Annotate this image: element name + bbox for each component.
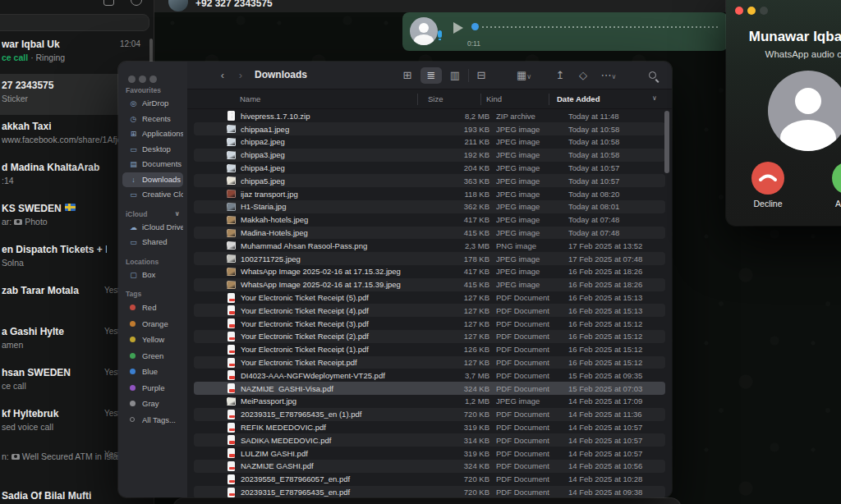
- new-chat-icon[interactable]: [103, 0, 114, 6]
- table-row[interactable]: NAZMIJE GASHI-Visa.pdf324 KBPDF Document…: [194, 382, 665, 395]
- column-name[interactable]: Name: [240, 94, 260, 103]
- sidebar-item-green[interactable]: Green: [122, 348, 183, 364]
- file-size: 363 KB: [437, 176, 489, 186]
- table-row[interactable]: MeiPassport.jpg1,2 MBJPEG image14 Feb 20…: [194, 395, 665, 408]
- call-window-controls[interactable]: [735, 3, 772, 18]
- cloud-icon: ☁: [128, 220, 139, 236]
- file-name: NAZMIJE GASHI-Visa.pdf: [241, 384, 437, 393]
- sort-chevron-icon[interactable]: ∨: [652, 94, 657, 102]
- file-size: 417 KB: [437, 215, 489, 224]
- table-row[interactable]: H1-Staria.jpg362 KBJPEG imageToday at 08…: [194, 200, 665, 213]
- table-row[interactable]: WhatsApp Image 2025-02-16 at 17.15.32.jp…: [194, 265, 665, 278]
- search-input[interactable]: [0, 14, 149, 31]
- icon-view-icon[interactable]: ⊞: [398, 67, 417, 84]
- table-row[interactable]: chippaa1.jpeg193 KBJPEG imageToday at 10…: [194, 122, 665, 135]
- chat-header-avatar[interactable]: [168, 0, 188, 11]
- play-icon[interactable]: [453, 22, 463, 34]
- table-row[interactable]: REFIK MEDEDOVIC.pdf319 KBPDF Document14 …: [194, 421, 665, 434]
- sidebar-item-recents[interactable]: ◷Recents: [122, 112, 183, 127]
- list-view-icon[interactable]: ≣: [420, 67, 442, 84]
- table-row[interactable]: ijaz transport.jpg118 KBJPEG imageToday …: [194, 187, 665, 200]
- sidebar-item-yellow[interactable]: Yellow: [122, 332, 183, 348]
- pdf-file-icon: [227, 370, 237, 380]
- window-controls[interactable]: [128, 71, 160, 86]
- table-row[interactable]: 20239315_E787965435_en (1).pdf720 KBPDF …: [194, 408, 665, 421]
- sidebar-item-creative-clo[interactable]: ▭Creative Clo...: [122, 187, 183, 203]
- file-kind: ZIP archive: [496, 112, 568, 121]
- column-kind[interactable]: Kind: [486, 94, 502, 103]
- sidebar-item-airdrop[interactable]: ◎AirDrop: [122, 96, 183, 112]
- sidebar-item-gray[interactable]: Gray: [122, 396, 183, 412]
- chat-title: zab Tarar Motala: [2, 285, 107, 296]
- file-list-scrollbar[interactable]: [664, 111, 669, 173]
- accept-button[interactable]: [832, 162, 841, 195]
- table-row[interactable]: Your Electronic Ticket Receipt (3).pdf12…: [194, 317, 665, 330]
- incoming-call-window: Munawar Iqbal Uk WhatsApp audio call Dec…: [726, 0, 841, 226]
- table-row[interactable]: DI4023-AAA-NGFWdeployment-VT25.pdf3,7 MB…: [194, 369, 665, 382]
- sidebar-item-purple[interactable]: Purple: [122, 380, 183, 396]
- table-row[interactable]: Makkah-hotels.jpeg417 KBJPEG imageToday …: [194, 213, 665, 227]
- table-row[interactable]: Your Electronic Ticket Receipt (1).pdf12…: [194, 343, 665, 356]
- sidebar-item-label: Yellow: [142, 335, 164, 344]
- search-icon[interactable]: [644, 67, 660, 84]
- sidebar-item-icloud-drive[interactable]: ☁iCloud Drive: [122, 220, 183, 236]
- sidebar-item-label: AirDrop: [142, 99, 168, 108]
- file-name: Makkah-hotels.jpeg: [241, 215, 437, 224]
- group-by-icon[interactable]: ▦∨: [514, 67, 534, 84]
- sidebar-item-blue[interactable]: Blue: [122, 364, 183, 380]
- column-size[interactable]: Size: [428, 94, 443, 103]
- table-row[interactable]: Your Electronic Ticket Receipt (2).pdf12…: [194, 330, 665, 343]
- table-row[interactable]: LULZIM GASHI.pdf319 KBPDF Document14 Feb…: [194, 447, 665, 460]
- table-row[interactable]: Your Electronic Ticket Receipt (4).pdf12…: [194, 304, 665, 317]
- table-row[interactable]: WhatsApp Image 2025-02-16 at 17.15.39.jp…: [194, 278, 665, 291]
- sidebar-section-label: iCloud∨: [118, 210, 187, 220]
- sidebar-item-orange[interactable]: Orange: [122, 316, 183, 332]
- table-row[interactable]: Your Electronic Ticket Receipt (5).pdf12…: [194, 291, 665, 305]
- table-row[interactable]: Madina-Hotels.jpeg415 KBJPEG imageToday …: [194, 227, 665, 240]
- sidebar-item-shared[interactable]: ▭Shared: [122, 235, 183, 250]
- table-row[interactable]: hivepress.1.7.10.zip8,2 MBZIP archiveTod…: [194, 110, 665, 123]
- sidebar-item-red[interactable]: Red: [122, 300, 183, 316]
- table-row[interactable]: 20239315_E787965435_en.pdf720 KBPDF Docu…: [194, 486, 665, 497]
- sidebar-item-documents[interactable]: ▤Documents: [122, 157, 183, 172]
- table-row[interactable]: SADIKA MEDEDOVIC.pdf314 KBPDF Document14…: [194, 433, 665, 447]
- phone-down-icon: [758, 168, 778, 188]
- call-type-label: WhatsApp audio call: [726, 49, 841, 59]
- decline-button[interactable]: [751, 162, 784, 195]
- playback-progress-handle[interactable]: [471, 23, 479, 30]
- sidebar-item-downloads[interactable]: ↓Downloads: [122, 172, 183, 188]
- file-name: WhatsApp Image 2025-02-16 at 17.15.32.jp…: [241, 267, 437, 276]
- sidebar-item-applications[interactable]: ⊞Applications: [122, 126, 183, 142]
- column-date-added[interactable]: Date Added: [557, 94, 600, 103]
- table-row[interactable]: Muhammad Ahsan Rasool-Pass.png2,3 MBPNG …: [194, 239, 665, 252]
- more-options-icon[interactable]: ⋯∨: [596, 67, 621, 84]
- table-row[interactable]: NAZMIJE GASHI.pdf324 KBPDF Document14 Fe…: [194, 460, 665, 473]
- file-date-added: Today at 11:48: [568, 112, 665, 121]
- gallery-view-icon[interactable]: ⊟: [471, 67, 491, 84]
- chevron-down-icon[interactable]: ∨: [175, 210, 181, 218]
- table-row[interactable]: chippa2.jpeg211 KBJPEG imageToday at 10:…: [194, 135, 665, 149]
- column-view-icon[interactable]: ▥: [445, 67, 465, 84]
- table-row[interactable]: chippa5.jpeg363 KBJPEG imageToday at 10:…: [194, 174, 665, 187]
- share-icon[interactable]: ↥: [550, 67, 570, 84]
- tag-icon[interactable]: ◇: [573, 67, 593, 84]
- sidebar-item-box[interactable]: ▢Box: [122, 268, 183, 283]
- menu-icon[interactable]: [131, 0, 142, 6]
- forward-button[interactable]: ›: [235, 67, 246, 84]
- table-row[interactable]: Your Electronic Ticket Receipt.pdf127 KB…: [194, 356, 665, 369]
- table-row[interactable]: 20239558_E787966057_en.pdf720 KBPDF Docu…: [194, 473, 665, 486]
- file-size: 415 KB: [437, 280, 489, 289]
- message-input[interactable]: [172, 497, 682, 504]
- sidebar-item-desktop[interactable]: ▭Desktop: [122, 142, 183, 158]
- back-button[interactable]: ‹: [217, 67, 228, 84]
- file-date-added: Today at 10:58: [568, 137, 665, 146]
- file-name: chippa3.jpeg: [241, 150, 437, 159]
- table-row[interactable]: chippa3.jpeg192 KBJPEG imageToday at 10:…: [194, 149, 665, 162]
- table-row[interactable]: chippa4.jpeg204 KBJPEG imageToday at 10:…: [194, 162, 665, 175]
- finder-window: Favourites◎AirDrop◷Recents⊞Applications▭…: [118, 62, 672, 497]
- table-row[interactable]: 1002711725.jpeg178 KBJPEG image17 Feb 20…: [194, 252, 665, 265]
- sidebar-item-all-tags[interactable]: All Tags...: [122, 412, 183, 428]
- file-kind: JPEG image: [496, 190, 568, 199]
- chat-header-number: +92 327 2343575: [195, 0, 273, 9]
- sidebar-item-label: Gray: [142, 399, 159, 408]
